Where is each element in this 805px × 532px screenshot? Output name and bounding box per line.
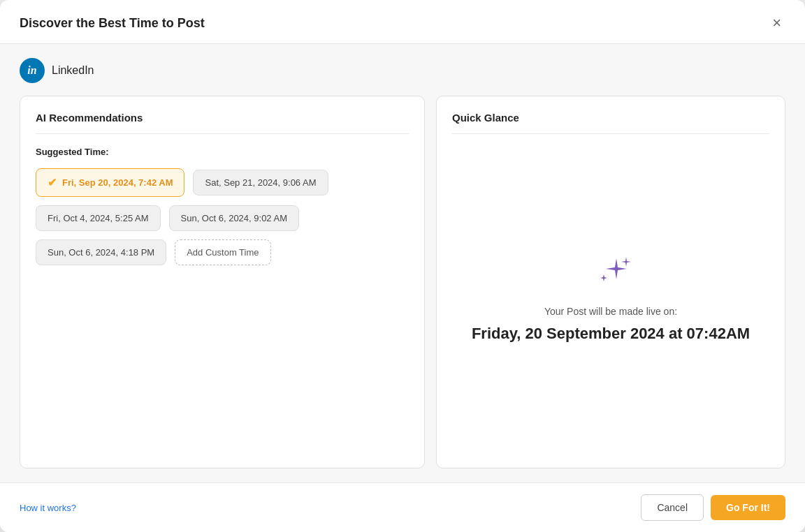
- footer-buttons: Cancel Go For It!: [641, 494, 785, 521]
- sparkles-icon: [590, 255, 632, 295]
- linkedin-icon: in: [20, 58, 45, 83]
- quick-glance-panel: Quick Glance Your Post will be made live…: [436, 96, 785, 468]
- time-slot-3[interactable]: Fri, Oct 4, 2024, 5:25 AM: [36, 205, 161, 231]
- how-it-works-link[interactable]: How it works?: [20, 503, 76, 513]
- ai-recommendations-panel: AI Recommendations Suggested Time: ✔ Fri…: [20, 96, 425, 468]
- modal-body: in LinkedIn AI Recommendations Suggested…: [0, 44, 805, 482]
- quick-glance-content: Your Post will be made live on: Friday, …: [452, 147, 769, 452]
- time-slot-1[interactable]: ✔ Fri, Sep 20, 2024, 7:42 AM: [36, 168, 184, 197]
- time-row-2: Fri, Oct 4, 2024, 5:25 AM Sun, Oct 6, 20…: [36, 205, 409, 231]
- platform-name: LinkedIn: [52, 64, 94, 77]
- time-slot-2[interactable]: Sat, Sep 21, 2024, 9:06 AM: [193, 170, 328, 195]
- modal-container: Discover the Best Time to Post × in Link…: [0, 0, 805, 532]
- close-button[interactable]: ×: [768, 14, 785, 32]
- time-slots-container: ✔ Fri, Sep 20, 2024, 7:42 AM Sat, Sep 21…: [36, 168, 409, 265]
- quick-glance-title: Quick Glance: [452, 112, 769, 134]
- modal-header: Discover the Best Time to Post ×: [0, 0, 805, 44]
- platform-row: in LinkedIn: [20, 58, 785, 83]
- live-date: Friday, 20 September 2024 at 07:42AM: [472, 324, 750, 344]
- add-custom-time-button[interactable]: Add Custom Time: [175, 239, 270, 265]
- live-label: Your Post will be made live on:: [544, 306, 677, 317]
- ai-recommendations-title: AI Recommendations: [36, 112, 409, 134]
- check-icon: ✔: [48, 176, 57, 189]
- suggested-time-label: Suggested Time:: [36, 147, 409, 157]
- modal-title: Discover the Best Time to Post: [20, 16, 205, 31]
- go-for-it-button[interactable]: Go For It!: [711, 495, 785, 520]
- time-slot-5[interactable]: Sun, Oct 6, 2024, 4:18 PM: [36, 239, 166, 265]
- time-row-1: ✔ Fri, Sep 20, 2024, 7:42 AM Sat, Sep 21…: [36, 168, 409, 197]
- modal-footer: How it works? Cancel Go For It!: [0, 482, 805, 532]
- time-row-3: Sun, Oct 6, 2024, 4:18 PM Add Custom Tim…: [36, 239, 409, 265]
- content-row: AI Recommendations Suggested Time: ✔ Fri…: [20, 96, 785, 468]
- time-slot-4[interactable]: Sun, Oct 6, 2024, 9:02 AM: [169, 205, 299, 231]
- cancel-button[interactable]: Cancel: [641, 494, 704, 521]
